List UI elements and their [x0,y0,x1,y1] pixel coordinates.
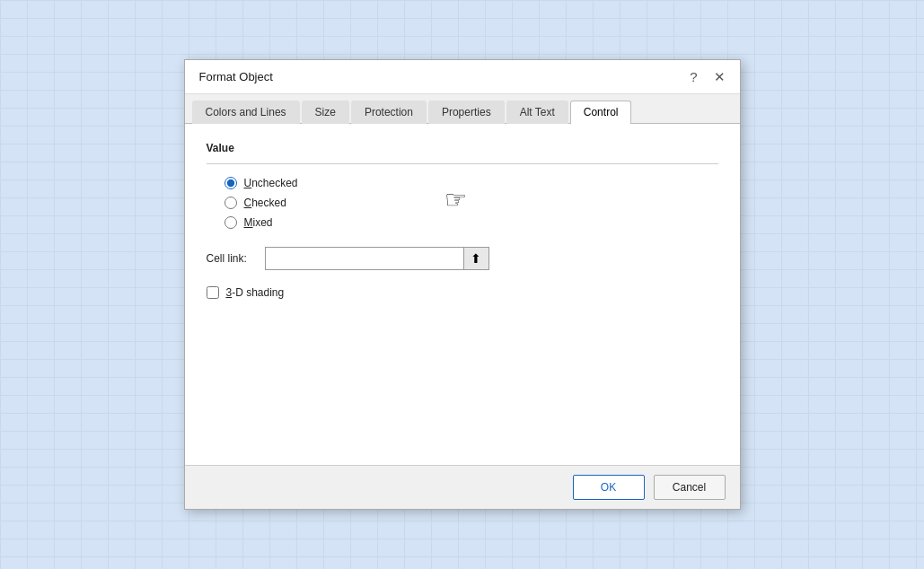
cell-link-label: Cell link: [207,252,256,265]
radio-unchecked-label: Unchecked [244,177,298,189]
cell-link-input-wrap: ⬆ [265,247,489,270]
radio-item-mixed[interactable]: Mixed [224,216,718,229]
cell-link-collapse-button[interactable]: ⬆ [463,248,488,269]
dialog-title: Format Object [199,70,273,83]
radio-mixed[interactable] [224,216,237,229]
cell-link-row: Cell link: ⬆ ☞ [207,247,718,270]
dialog-body: Value Unchecked Checked Mixed [185,124,740,465]
tab-properties[interactable]: Properties [428,101,505,124]
tab-control[interactable]: Control [570,101,632,124]
tab-protection[interactable]: Protection [351,101,427,124]
format-object-dialog: Format Object ? ✕ Colors and Lines Size … [184,59,741,510]
help-button[interactable]: ? [686,68,700,85]
dialog-overlay: Format Object ? ✕ Colors and Lines Size … [184,59,741,510]
close-button[interactable]: ✕ [710,68,729,85]
title-bar-controls: ? ✕ [686,68,728,85]
radio-group-value: Unchecked Checked Mixed [224,177,718,229]
radio-checked-label: Checked [244,197,286,209]
dialog-footer: OK Cancel [185,465,740,509]
cell-link-input[interactable] [266,248,463,269]
tab-colors-and-lines[interactable]: Colors and Lines [192,101,300,124]
value-section-label: Value [207,142,718,154]
checkbox-3d-shading[interactable] [207,286,219,299]
radio-item-unchecked[interactable]: Unchecked [224,177,718,189]
title-bar: Format Object ? ✕ [185,60,740,94]
tab-size[interactable]: Size [302,101,349,124]
radio-item-checked[interactable]: Checked [224,197,718,209]
ok-button[interactable]: OK [573,475,645,500]
checkbox-3d-label: 3-D shading [226,286,285,299]
checkbox-3d-row: 3-D shading [207,286,718,299]
value-divider [207,163,718,164]
cancel-button[interactable]: Cancel [654,475,726,500]
radio-unchecked[interactable] [224,177,237,189]
radio-checked[interactable] [224,197,237,209]
tab-alt-text[interactable]: Alt Text [506,101,568,124]
radio-mixed-label: Mixed [244,216,273,229]
collapse-icon: ⬆ [471,251,481,266]
tabs-bar: Colors and Lines Size Protection Propert… [185,94,740,124]
